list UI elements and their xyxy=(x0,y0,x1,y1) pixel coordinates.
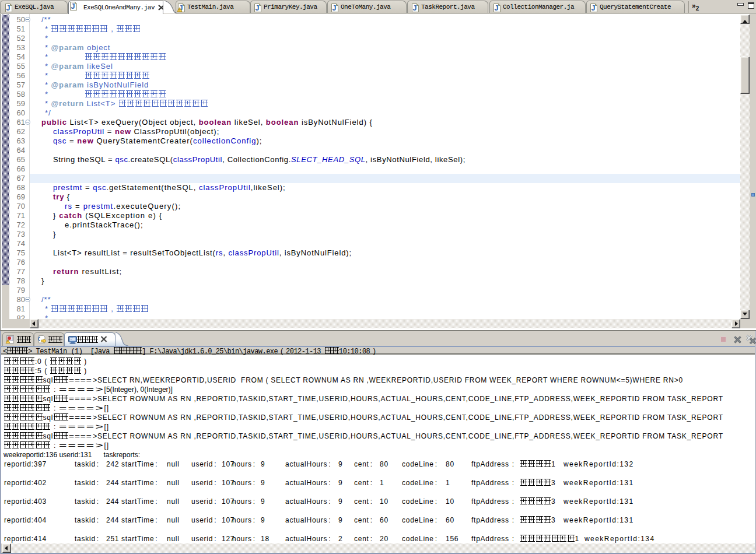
svg-text:J: J xyxy=(6,4,10,12)
svg-text:J: J xyxy=(592,4,596,12)
svg-text:J: J xyxy=(256,4,260,12)
svg-text:J: J xyxy=(495,4,499,12)
svg-text:J: J xyxy=(413,4,417,12)
svg-text:J: J xyxy=(332,4,337,12)
svg-text:J: J xyxy=(71,2,75,10)
